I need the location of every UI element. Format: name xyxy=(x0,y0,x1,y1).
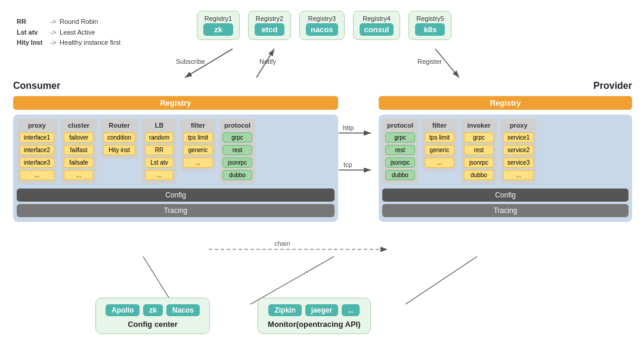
provider-protocol-item-1: rest xyxy=(385,145,415,155)
provider-filter-item-2: ... xyxy=(425,157,454,168)
provider-invoker-item-3: dubbo xyxy=(464,170,494,180)
provider-protocol-item-0: grpc xyxy=(385,132,415,143)
provider-proxy-item-2: service3 xyxy=(503,157,534,168)
provider-label: Provider xyxy=(593,81,632,91)
legend-rr-key: RR xyxy=(17,17,47,27)
consumer-bottom-bars: Config Tracing xyxy=(17,189,335,217)
svg-line-4 xyxy=(256,49,274,78)
consumer-config-bar: Config xyxy=(17,189,335,202)
consumer-filter-item-2: ... xyxy=(183,157,213,168)
config-nacos-btn: Nacos xyxy=(166,304,200,316)
provider-invoker-item-1: rest xyxy=(464,145,494,155)
consumer-cluster-col: cluster failover failfast failsafe ... xyxy=(61,118,97,184)
consumer-filter-item-1: generic xyxy=(183,145,213,155)
registry3-label: Registry3 xyxy=(306,15,338,22)
registry2-box: Registry2 etcd xyxy=(248,11,291,40)
consumer-cluster-item-2: failsafe xyxy=(64,157,94,168)
provider-columns: protocol grpc rest jsonrpc dubbo filter … xyxy=(382,118,628,184)
svg-text:Notify: Notify xyxy=(259,58,277,65)
provider-proxy-item-3: ... xyxy=(503,170,534,180)
provider-config-bar: Config xyxy=(382,189,628,202)
legend-rr-desc: Round Robin xyxy=(60,17,98,27)
consumer-columns: proxy interface1 interface2 interface3 .… xyxy=(17,118,335,184)
consumer-protocol-item-0: grpc xyxy=(222,132,252,143)
legend: RR -> Round Robin Lst atv -> Least Activ… xyxy=(17,17,120,48)
provider-filter-item-0: tps limit xyxy=(425,132,454,143)
consumer-lb-item-1: RR xyxy=(145,145,174,155)
monitor-zipkin-btn: Zipkin xyxy=(268,304,301,316)
registry1-name: zk xyxy=(203,23,233,36)
legend-hity-desc: Healthy instance first xyxy=(60,38,120,48)
legend-lstatv-desc: Least Active xyxy=(60,27,95,38)
provider-bottom-bars: Config Tracing xyxy=(382,189,628,217)
provider-invoker-col: invoker grpc rest jsonrpc dubbo xyxy=(461,118,497,184)
svg-text:Register: Register xyxy=(417,58,442,65)
consumer-protocol-title: protocol xyxy=(224,122,250,129)
consumer-proxy-title: proxy xyxy=(28,122,46,129)
provider-protocol-item-3: dubbo xyxy=(385,170,415,180)
registry4-box: Registry4 consul xyxy=(353,11,401,40)
provider-proxy-item-1: service2 xyxy=(503,145,534,155)
config-center-panel: Apollo zk Nacos Config center xyxy=(95,298,210,334)
svg-line-5 xyxy=(435,49,459,78)
registry1-label: Registry1 xyxy=(203,15,233,22)
consumer-cluster-title: cluster xyxy=(68,122,89,129)
diagram-container: RR -> Round Robin Lst atv -> Least Activ… xyxy=(0,0,644,346)
svg-line-3 xyxy=(185,49,233,78)
consumer-cluster-item-0: failover xyxy=(64,132,94,143)
provider-filter-col: filter tps limit generic ... xyxy=(422,118,457,171)
provider-filter-item-1: generic xyxy=(425,145,454,155)
provider-tracing-bar: Tracing xyxy=(382,204,628,217)
consumer-router-title: Router xyxy=(109,122,129,129)
consumer-filter-item-0: tps limit xyxy=(183,132,213,143)
consumer-lb-item-0: random xyxy=(145,132,174,143)
provider-registry-bar: Registry xyxy=(379,96,632,110)
monitor-panel: Zipkin jaeger ... Monitor(opentracing AP… xyxy=(258,298,371,334)
registry2-name: etcd xyxy=(255,23,284,36)
provider-proxy-item-0: service1 xyxy=(503,132,534,143)
svg-text:Subscribe: Subscribe xyxy=(176,58,205,65)
config-center-label: Config center xyxy=(106,320,200,329)
legend-lstatv-key: Lst atv xyxy=(17,27,47,38)
svg-text:tcp: tcp xyxy=(343,161,352,168)
consumer-label: Consumer xyxy=(13,81,60,91)
registries-top: Registry1 zk Registry2 etcd Registry3 na… xyxy=(197,11,451,40)
consumer-cluster-item-1: failfast xyxy=(64,145,94,155)
provider-invoker-title: invoker xyxy=(467,122,490,129)
legend-hity-key: Hity Inst xyxy=(17,38,47,48)
provider-protocol-item-2: jsonrpc xyxy=(385,157,415,168)
consumer-filter-col: filter tps limit generic ... xyxy=(180,118,216,171)
registry4-label: Registry4 xyxy=(360,15,394,22)
consumer-filter-title: filter xyxy=(191,122,205,129)
config-zk-btn: zk xyxy=(143,304,163,316)
monitor-buttons: Zipkin jaeger ... xyxy=(268,304,361,316)
monitor-jaeger-btn: jaeger xyxy=(305,304,338,316)
provider-invoker-item-0: grpc xyxy=(464,132,494,143)
consumer-lb-item-3: ... xyxy=(145,170,174,180)
provider-filter-title: filter xyxy=(432,122,447,129)
svg-text:chain: chain xyxy=(274,240,290,247)
monitor-etc-btn: ... xyxy=(342,304,360,316)
consumer-lb-title: LB xyxy=(155,122,164,129)
bottom-panels: Apollo zk Nacos Config center Zipkin jae… xyxy=(95,298,371,334)
provider-proxy-title: proxy xyxy=(510,122,528,129)
config-center-buttons: Apollo zk Nacos xyxy=(106,304,200,316)
consumer-tracing-bar: Tracing xyxy=(17,204,335,217)
monitor-label: Monitor(opentracing API) xyxy=(268,320,361,329)
registry4-name: consul xyxy=(360,23,394,36)
provider-invoker-item-2: jsonrpc xyxy=(464,157,494,168)
config-apollo-btn: Apollo xyxy=(106,304,140,316)
registry5-label: Registry5 xyxy=(415,15,445,22)
registry5-name: k8s xyxy=(415,23,445,36)
svg-text:http: http xyxy=(343,124,354,131)
consumer-proxy-col: proxy interface1 interface2 interface3 .… xyxy=(17,118,57,184)
consumer-lb-item-2: Lst atv xyxy=(145,157,174,168)
consumer-proxy-item-3: ... xyxy=(20,170,54,180)
consumer-proxy-item-0: interface1 xyxy=(20,132,54,143)
consumer-cluster-item-3: ... xyxy=(64,170,94,180)
registry1-box: Registry1 zk xyxy=(197,11,240,40)
provider-protocol-col: protocol grpc rest jsonrpc dubbo xyxy=(382,118,418,184)
registry3-name: nacos xyxy=(306,23,338,36)
consumer-protocol-item-1: rest xyxy=(222,145,252,155)
consumer-router-item-0: condition xyxy=(103,132,135,143)
